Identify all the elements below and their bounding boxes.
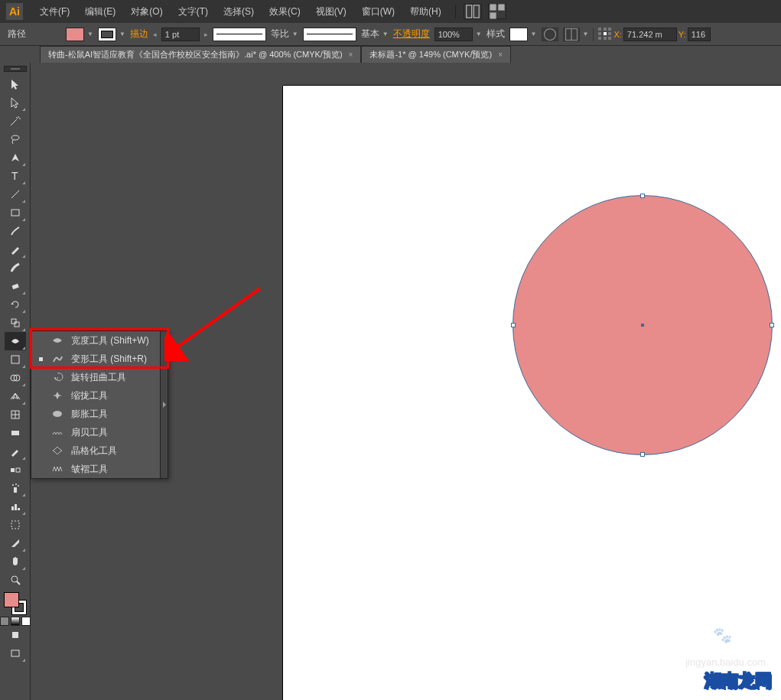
document-tabs: 转曲-松鼠AI智适应教育《全国合作校校区安全指南》.ai* @ 400% (CM… bbox=[0, 46, 781, 63]
menu-edit[interactable]: 编辑(E) bbox=[79, 2, 122, 21]
style-label: 样式 bbox=[486, 28, 505, 41]
reference-point[interactable] bbox=[598, 28, 612, 41]
doc-layout-icon[interactable] bbox=[464, 4, 482, 19]
close-icon[interactable]: × bbox=[498, 50, 503, 59]
pen-tool[interactable] bbox=[5, 148, 26, 167]
menu-view[interactable]: 视图(V) bbox=[310, 2, 353, 21]
column-graph-tool[interactable] bbox=[5, 497, 26, 516]
screen-mode-icon[interactable] bbox=[5, 644, 26, 663]
svg-point-26 bbox=[15, 483, 17, 485]
hand-tool[interactable] bbox=[5, 552, 26, 571]
direct-selection-tool[interactable] bbox=[5, 93, 26, 112]
flyout-wrinkle-tool[interactable]: 皱褶工具 bbox=[31, 460, 168, 478]
menu-effect[interactable]: 效果(C) bbox=[263, 2, 307, 21]
flyout-width-tool[interactable]: 宽度工具 (Shift+W) bbox=[31, 331, 168, 350]
flyout-crystallize-tool[interactable]: 晶格化工具 bbox=[31, 441, 168, 460]
fill-color-icon[interactable] bbox=[4, 592, 19, 607]
bloat-tool-icon bbox=[51, 409, 63, 419]
svg-rect-12 bbox=[11, 284, 18, 289]
menu-help[interactable]: 帮助(H) bbox=[404, 2, 447, 21]
document-tab-1[interactable]: 转曲-松鼠AI智适应教育《全国合作校校区安全指南》.ai* @ 400% (CM… bbox=[40, 46, 361, 63]
perspective-grid-tool[interactable] bbox=[5, 387, 26, 405]
workspace-switcher-icon[interactable] bbox=[488, 4, 506, 19]
draw-mode-icon[interactable] bbox=[5, 626, 26, 644]
svg-rect-15 bbox=[11, 356, 19, 363]
shape-builder-tool[interactable] bbox=[5, 369, 26, 387]
menu-type[interactable]: 文字(T) bbox=[172, 2, 214, 21]
stroke-swatch[interactable] bbox=[98, 28, 116, 41]
selection-tool[interactable] bbox=[5, 75, 26, 93]
flyout-label: 皱褶工具 bbox=[71, 463, 108, 476]
slice-tool[interactable] bbox=[5, 534, 26, 552]
fill-stroke-swatches[interactable] bbox=[4, 592, 27, 615]
mesh-tool[interactable] bbox=[5, 405, 26, 424]
eraser-tool[interactable] bbox=[5, 277, 26, 295]
stroke-step-down[interactable]: ◂ bbox=[153, 31, 157, 38]
svg-rect-1 bbox=[473, 5, 479, 18]
stroke-weight-input[interactable] bbox=[161, 28, 200, 41]
flyout-tearoff[interactable] bbox=[160, 331, 168, 478]
y-input[interactable] bbox=[688, 28, 711, 41]
symbol-sprayer-tool[interactable] bbox=[5, 479, 26, 497]
flyout-bloat-tool[interactable]: 膨胀工具 bbox=[31, 405, 168, 423]
stroke-label[interactable]: 描边 bbox=[130, 28, 148, 41]
x-input[interactable] bbox=[623, 28, 677, 41]
opacity-input[interactable] bbox=[434, 28, 473, 41]
profile-selector[interactable] bbox=[213, 28, 266, 41]
main-area: T bbox=[0, 63, 781, 700]
toolbox-handle[interactable] bbox=[4, 66, 27, 72]
menu-select[interactable]: 选择(S) bbox=[217, 2, 260, 21]
blend-tool[interactable] bbox=[5, 461, 26, 479]
none-mode-icon[interactable] bbox=[21, 617, 31, 626]
anchor-point[interactable] bbox=[511, 323, 516, 327]
lasso-tool[interactable] bbox=[5, 130, 26, 148]
close-icon[interactable]: × bbox=[349, 50, 353, 59]
scale-tool[interactable] bbox=[5, 314, 26, 332]
anchor-point[interactable] bbox=[770, 323, 774, 327]
flyout-label: 宽度工具 (Shift+W) bbox=[71, 334, 149, 347]
menu-object[interactable]: 对象(O) bbox=[125, 2, 168, 21]
style-swatch[interactable] bbox=[509, 28, 528, 41]
color-mode-icon[interactable] bbox=[0, 617, 9, 626]
site-watermark: 湖南龙网 bbox=[705, 669, 772, 692]
blob-brush-tool[interactable] bbox=[5, 259, 26, 277]
ellipse-object[interactable] bbox=[513, 195, 773, 455]
paintbrush-tool[interactable] bbox=[5, 222, 26, 240]
brush-selector[interactable] bbox=[303, 28, 356, 41]
svg-rect-4 bbox=[490, 12, 496, 18]
svg-point-36 bbox=[53, 411, 62, 417]
document-tab-2[interactable]: 未标题-1* @ 149% (CMYK/预览) × bbox=[361, 46, 511, 63]
gradient-tool[interactable] bbox=[5, 424, 26, 442]
zoom-tool[interactable] bbox=[5, 571, 26, 589]
fill-swatch[interactable] bbox=[66, 28, 84, 41]
width-tool-icon bbox=[51, 335, 63, 346]
width-tool[interactable] bbox=[5, 332, 26, 350]
type-tool[interactable]: T bbox=[5, 167, 26, 185]
flyout-label: 缩拢工具 bbox=[71, 389, 108, 402]
crystallize-tool-icon bbox=[51, 445, 63, 456]
menu-window[interactable]: 窗口(W) bbox=[356, 2, 401, 21]
align-icon[interactable] bbox=[563, 28, 580, 41]
artboard-tool[interactable] bbox=[5, 516, 26, 534]
flyout-label: 膨胀工具 bbox=[71, 408, 108, 421]
magic-wand-tool[interactable] bbox=[5, 112, 26, 130]
opacity-label[interactable]: 不透明度 bbox=[393, 28, 430, 41]
gradient-mode-icon[interactable] bbox=[11, 617, 20, 626]
flyout-pucker-tool[interactable]: 缩拢工具 bbox=[31, 386, 168, 405]
rectangle-tool[interactable] bbox=[5, 203, 26, 222]
flyout-scallop-tool[interactable]: 扇贝工具 bbox=[31, 423, 168, 441]
pencil-tool[interactable] bbox=[5, 240, 26, 259]
anchor-point[interactable] bbox=[640, 452, 645, 457]
stroke-step-up[interactable]: ▸ bbox=[204, 31, 208, 38]
menu-file[interactable]: 文件(F) bbox=[34, 2, 76, 21]
line-tool[interactable] bbox=[5, 185, 26, 203]
recolor-icon[interactable] bbox=[542, 28, 558, 41]
free-transform-tool[interactable] bbox=[5, 350, 26, 369]
flyout-warp-tool[interactable]: 变形工具 (Shift+R) bbox=[31, 350, 168, 368]
eyedropper-tool[interactable] bbox=[5, 442, 26, 461]
flyout-twirl-tool[interactable]: 旋转扭曲工具 bbox=[31, 368, 168, 386]
rotate-tool[interactable] bbox=[5, 295, 26, 314]
chevron-down-icon[interactable]: ▼ bbox=[87, 31, 93, 37]
anchor-point[interactable] bbox=[640, 194, 645, 198]
chevron-down-icon[interactable]: ▼ bbox=[119, 31, 125, 37]
